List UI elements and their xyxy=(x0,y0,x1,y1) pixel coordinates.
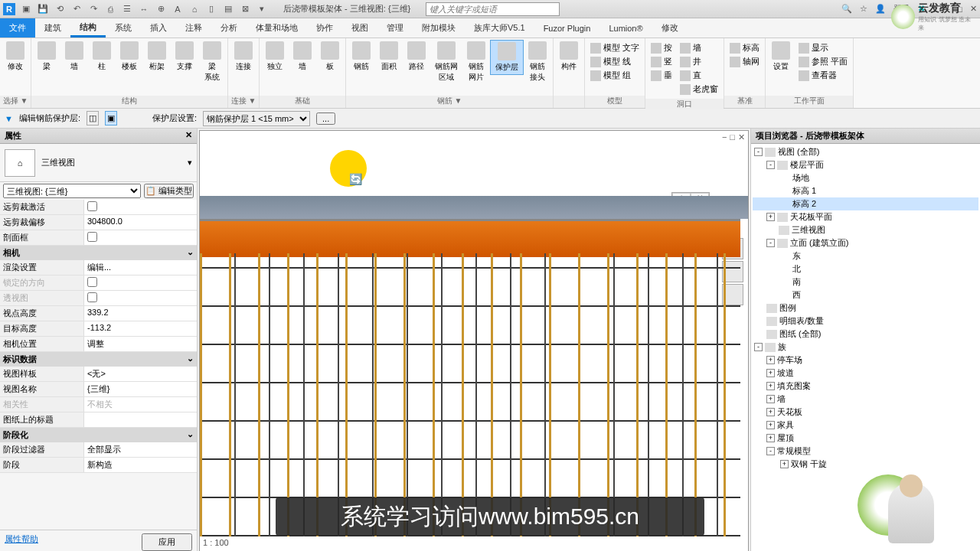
tree-item[interactable]: 标高 2 xyxy=(753,197,978,210)
prop-row[interactable]: 目标高度-113.2 xyxy=(0,321,197,337)
menu-tab-3[interactable]: 系统 xyxy=(106,18,141,37)
ribbon-tool[interactable]: 独立 xyxy=(261,40,289,73)
ribbon-small-item[interactable]: 垂 xyxy=(648,69,675,82)
prop-row[interactable]: 图纸上的标题 xyxy=(0,412,197,428)
menu-tab-7[interactable]: 体量和场地 xyxy=(247,18,307,37)
tree-item[interactable]: 西 xyxy=(753,289,978,302)
ribbon-small-item[interactable]: 模型 组 xyxy=(588,69,642,82)
property-grid[interactable]: 远剪裁激活远剪裁偏移304800.0剖面框相机⌄渲染设置编辑...锁定的方向透视… xyxy=(0,200,197,530)
viewport-3d[interactable]: − □ ✕ 🔄 左前 1 : 100 xyxy=(199,130,749,551)
ribbon-small-item[interactable]: 显示 xyxy=(796,41,850,54)
ribbon-small-item[interactable]: 老虎窗 xyxy=(678,83,720,96)
ribbon-small-item[interactable]: 模型 线 xyxy=(588,55,642,68)
3d-icon[interactable]: ⌂ xyxy=(188,3,201,15)
search-input[interactable] xyxy=(426,2,560,16)
menu-tab-10[interactable]: 管理 xyxy=(377,18,413,37)
ribbon-tool[interactable]: 桁架 xyxy=(143,40,171,73)
chevron-down-icon[interactable]: ▾ xyxy=(188,158,192,168)
edit-type-button[interactable]: 📋 编辑类型 xyxy=(144,184,194,198)
ribbon-tool[interactable]: 连接 xyxy=(230,40,257,73)
tree-item[interactable]: +家具 xyxy=(753,419,978,432)
ribbon-tool[interactable]: 修改 xyxy=(2,40,29,73)
tag-icon[interactable]: ⊕ xyxy=(155,3,167,15)
menu-tab-14[interactable]: Lumion® xyxy=(599,18,652,37)
ribbon-tool[interactable]: 梁 系统 xyxy=(198,40,226,84)
tree-item[interactable]: -立面 (建筑立面) xyxy=(753,236,978,249)
prop-row[interactable]: 视图名称{三维} xyxy=(0,382,197,397)
tree-item[interactable]: +填充图案 xyxy=(753,380,978,393)
ribbon-tool[interactable]: 柱 xyxy=(88,40,116,73)
menu-tab-0[interactable]: 文件 xyxy=(0,18,35,37)
property-help-link[interactable]: 属性帮助 xyxy=(5,533,38,551)
text-icon[interactable]: A xyxy=(172,3,184,15)
tree-item[interactable]: 明细表/数量 xyxy=(753,315,978,328)
ribbon-tool[interactable]: 钢筋 网片 xyxy=(462,40,490,84)
ribbon-tool[interactable]: 面积 xyxy=(375,40,403,73)
menu-tab-4[interactable]: 插入 xyxy=(141,18,176,37)
ribbon-tool[interactable]: 保护层 xyxy=(490,40,524,75)
menu-tab-9[interactable]: 视图 xyxy=(342,18,377,37)
apply-button[interactable]: 应用 xyxy=(142,533,192,551)
menu-tab-2[interactable]: 结构 xyxy=(70,18,106,37)
prop-row[interactable]: 远剪裁偏移304800.0 xyxy=(0,215,197,230)
ribbon-small-item[interactable]: 直 xyxy=(678,69,720,82)
tree-item[interactable]: +屋顶 xyxy=(753,432,978,445)
print-icon[interactable]: ⎙ xyxy=(104,3,116,15)
filter-icon[interactable]: ▼ xyxy=(5,114,13,123)
redo-icon[interactable]: ↷ xyxy=(87,3,100,15)
prop-row[interactable]: 远剪裁激活 xyxy=(0,200,197,215)
prop-row[interactable]: 相机位置调整 xyxy=(0,337,197,352)
tree-item[interactable]: -视图 (全部) xyxy=(753,145,978,158)
prop-section-header[interactable]: 阶段化⌄ xyxy=(0,428,197,442)
prop-row[interactable]: 剖面框 xyxy=(0,230,197,246)
tree-item[interactable]: +天花板平面 xyxy=(753,210,978,223)
ribbon-small-item[interactable]: 参照 平面 xyxy=(796,55,850,68)
pick-face-icon[interactable]: ◫ xyxy=(87,111,99,126)
tree-item[interactable]: -族 xyxy=(753,341,978,354)
cover-setting-select[interactable]: 钢筋保护层 1 <15 mm> xyxy=(203,111,310,126)
tree-item[interactable]: +天花板 xyxy=(753,406,978,419)
tree-item[interactable]: 场地 xyxy=(753,171,978,184)
ribbon-small-item[interactable]: 模型 文字 xyxy=(588,41,642,54)
ribbon-small-item[interactable]: 标高 xyxy=(727,41,762,54)
menu-tab-1[interactable]: 建筑 xyxy=(35,18,70,37)
tree-item[interactable]: 图纸 (全部) xyxy=(753,328,978,341)
tree-item[interactable]: +墙 xyxy=(753,393,978,406)
measure-icon[interactable]: ☰ xyxy=(121,3,133,15)
tree-item[interactable]: 北 xyxy=(753,262,978,276)
close-panel-icon[interactable]: ✕ xyxy=(185,130,192,142)
type-selector[interactable]: ⌂ 三维视图 ▾ xyxy=(0,144,197,182)
instance-select[interactable]: 三维视图: {三维} xyxy=(3,184,141,198)
ribbon-small-item[interactable]: 按 xyxy=(648,41,675,54)
person-icon[interactable]: 👤 xyxy=(875,4,886,14)
menu-tab-6[interactable]: 分析 xyxy=(211,18,247,37)
undo-icon[interactable]: ↶ xyxy=(70,3,83,15)
user-icon[interactable]: ☆ xyxy=(860,4,867,14)
tree-item[interactable]: +坡道 xyxy=(753,367,978,380)
view-close-icon[interactable]: ✕ xyxy=(738,132,745,142)
prop-row[interactable]: 相关性不相关 xyxy=(0,397,197,412)
ribbon-tool[interactable]: 墙 xyxy=(289,40,316,73)
pick-element-icon[interactable]: ▣ xyxy=(105,111,117,126)
prop-row[interactable]: 透视图 xyxy=(0,291,197,306)
ribbon-small-item[interactable]: 查看器 xyxy=(796,69,850,82)
switch-win-icon[interactable]: ▾ xyxy=(256,3,268,15)
dimension-icon[interactable]: ↔ xyxy=(138,3,150,15)
ribbon-tool[interactable]: 墙 xyxy=(60,40,88,73)
search-icon[interactable]: 🔍 xyxy=(841,4,852,14)
prop-section-header[interactable]: 相机⌄ xyxy=(0,246,197,260)
ribbon-tool[interactable]: 钢筋 接头 xyxy=(524,40,551,84)
ribbon-tool[interactable]: 钢筋 xyxy=(348,40,375,73)
view-max-icon[interactable]: □ xyxy=(730,132,735,142)
prop-row[interactable]: 阶段过滤器全部显示 xyxy=(0,442,197,458)
tree-item[interactable]: -楼层平面 xyxy=(753,158,978,171)
ribbon-small-item[interactable]: 轴网 xyxy=(727,55,762,68)
scale-display[interactable]: 1 : 100 xyxy=(203,538,229,547)
menu-tab-12[interactable]: 族库大师V5.1 xyxy=(465,18,534,37)
tree-item[interactable]: +停车场 xyxy=(753,354,978,367)
tree-item[interactable]: 图例 xyxy=(753,302,978,315)
menu-tab-13[interactable]: Fuzor Plugin xyxy=(534,18,600,37)
prop-row[interactable]: 视点高度339.2 xyxy=(0,306,197,321)
ribbon-tool[interactable]: 板 xyxy=(316,40,344,73)
tree-item[interactable]: +双钢 干旋 xyxy=(753,458,978,471)
